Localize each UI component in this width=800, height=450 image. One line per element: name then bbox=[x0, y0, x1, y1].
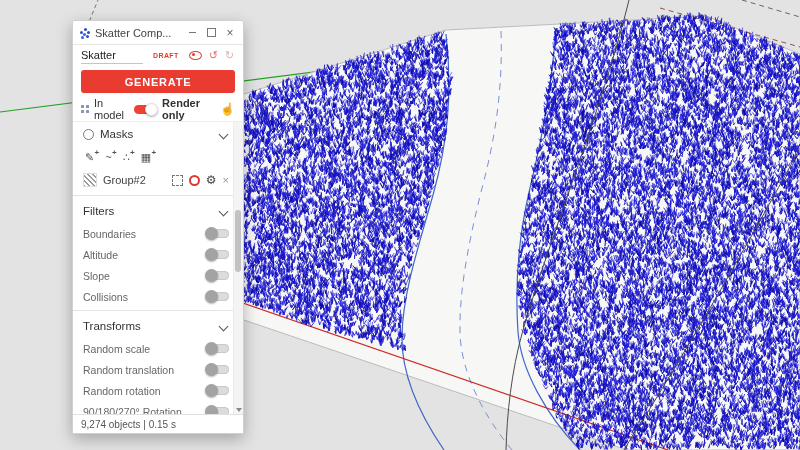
panel-scroll-area: Masks ✎+ ~+ ∴+ ▦+ Group#2 ⚙ × Filters bbox=[73, 121, 243, 414]
hatch-icon bbox=[83, 173, 97, 187]
plus-icon: + bbox=[151, 149, 156, 157]
scrollbar-thumb[interactable] bbox=[235, 210, 241, 272]
grid-mask-icon: ▦ bbox=[141, 151, 151, 163]
scatter-mask-icon: ∴ bbox=[123, 151, 130, 163]
plus-icon: + bbox=[112, 149, 117, 157]
object-count-status: 9,274 objects | 0.15 s bbox=[81, 419, 176, 430]
skatter-composer-window: Skatter Comp... × Skatter DRAFT ↺ ↻ GENE… bbox=[72, 20, 244, 434]
toggle-knob bbox=[145, 103, 158, 116]
random-translation-toggle[interactable] bbox=[206, 365, 229, 374]
add-paint-mask-button[interactable]: ✎+ bbox=[85, 152, 94, 163]
random-rotation-toggle[interactable] bbox=[206, 386, 229, 395]
toggle-knob bbox=[205, 342, 218, 355]
filter-row-slope: Slope bbox=[83, 265, 229, 286]
window-title: Skatter Comp... bbox=[95, 27, 180, 39]
transform-row-random-translation: Random translation bbox=[83, 359, 229, 380]
transform-label: Random scale bbox=[83, 343, 150, 355]
mask-mode-icon[interactable] bbox=[189, 175, 200, 186]
minimize-icon bbox=[189, 32, 196, 33]
scrollbar-down-arrow-icon[interactable] bbox=[236, 408, 242, 412]
toggle-knob bbox=[205, 384, 218, 397]
masks-icon bbox=[83, 129, 94, 140]
section-divider bbox=[73, 310, 243, 311]
paint-mask-icon: ✎ bbox=[85, 151, 94, 163]
mask-tools-row: ✎+ ~+ ∴+ ▦+ bbox=[83, 146, 229, 168]
filter-row-collisions: Collisions bbox=[83, 286, 229, 307]
add-scatter-mask-button[interactable]: ∴+ bbox=[123, 152, 130, 163]
mask-group-row[interactable]: Group#2 ⚙ × bbox=[83, 168, 229, 192]
status-bar: 9,274 objects | 0.15 s bbox=[73, 414, 243, 433]
panel-scrollbar[interactable] bbox=[233, 122, 243, 414]
transform-label: 90/180/270° Rotation bbox=[83, 406, 182, 415]
toggle-knob bbox=[205, 405, 218, 414]
plus-icon: + bbox=[95, 149, 100, 157]
maximize-icon bbox=[207, 28, 216, 37]
transform-label: Random translation bbox=[83, 364, 174, 376]
transform-label: Random rotation bbox=[83, 385, 161, 397]
transforms-label: Transforms bbox=[83, 320, 214, 332]
masks-section-header[interactable]: Masks bbox=[83, 122, 229, 146]
transform-row-random-scale: Random scale bbox=[83, 338, 229, 359]
altitude-toggle[interactable] bbox=[206, 250, 229, 259]
add-curve-mask-button[interactable]: ~+ bbox=[105, 152, 111, 163]
mask-group-label: Group#2 bbox=[103, 174, 166, 186]
filter-label: Altitude bbox=[83, 249, 118, 261]
section-divider bbox=[73, 195, 243, 196]
toggle-knob bbox=[205, 290, 218, 303]
remove-mask-icon[interactable]: × bbox=[223, 175, 229, 186]
draft-visibility-eye-icon[interactable] bbox=[189, 51, 202, 60]
composition-name-row: Skatter DRAFT ↺ ↻ bbox=[73, 45, 243, 66]
toggle-knob bbox=[205, 248, 218, 261]
skatter-logo-icon bbox=[79, 27, 90, 38]
filter-label: Boundaries bbox=[83, 228, 136, 240]
transforms-section-header[interactable]: Transforms bbox=[83, 314, 229, 338]
transform-row-step-rotation: 90/180/270° Rotation bbox=[83, 401, 229, 414]
cursor-hand-icon: ☝ bbox=[220, 102, 235, 116]
transform-row-random-rotation: Random rotation bbox=[83, 380, 229, 401]
toggle-knob bbox=[205, 363, 218, 376]
mask-settings-gear-icon[interactable]: ⚙ bbox=[206, 174, 217, 186]
composition-name-input[interactable]: Skatter bbox=[81, 48, 143, 64]
random-scale-toggle[interactable] bbox=[206, 344, 229, 353]
render-mode-row: In model Render only ☝ bbox=[73, 99, 243, 121]
slope-toggle[interactable] bbox=[206, 271, 229, 280]
add-grid-mask-button[interactable]: ▦+ bbox=[141, 152, 151, 163]
curve-mask-icon: ~ bbox=[105, 151, 111, 163]
render-mode-toggle[interactable] bbox=[134, 105, 157, 114]
maximize-button[interactable] bbox=[204, 26, 218, 40]
draft-badge: DRAFT bbox=[153, 52, 179, 59]
filters-section-header[interactable]: Filters bbox=[83, 199, 229, 223]
minimize-button[interactable] bbox=[185, 26, 199, 40]
render-only-label: Render only bbox=[162, 97, 215, 121]
toggle-knob bbox=[205, 269, 218, 282]
redo-icon[interactable]: ↻ bbox=[225, 50, 234, 61]
select-mask-icon[interactable] bbox=[172, 175, 183, 186]
masks-collapse-chevron-icon[interactable] bbox=[219, 129, 229, 139]
boundaries-toggle[interactable] bbox=[206, 229, 229, 238]
close-button[interactable]: × bbox=[223, 26, 237, 40]
masks-label: Masks bbox=[100, 128, 214, 140]
in-model-label: In model bbox=[94, 97, 129, 121]
generate-button[interactable]: GENERATE bbox=[81, 70, 235, 93]
filter-label: Slope bbox=[83, 270, 110, 282]
step-rotation-toggle[interactable] bbox=[206, 407, 229, 414]
filter-row-boundaries: Boundaries bbox=[83, 223, 229, 244]
in-model-grid-icon bbox=[81, 105, 89, 113]
plus-icon: + bbox=[130, 149, 135, 157]
toggle-knob bbox=[205, 227, 218, 240]
transforms-collapse-chevron-icon[interactable] bbox=[219, 321, 229, 331]
window-titlebar[interactable]: Skatter Comp... × bbox=[73, 21, 243, 45]
close-icon: × bbox=[226, 27, 233, 39]
collisions-toggle[interactable] bbox=[206, 292, 229, 301]
filter-label: Collisions bbox=[83, 291, 128, 303]
filters-collapse-chevron-icon[interactable] bbox=[219, 206, 229, 216]
filters-label: Filters bbox=[83, 205, 214, 217]
undo-icon[interactable]: ↺ bbox=[209, 50, 218, 61]
filter-row-altitude: Altitude bbox=[83, 244, 229, 265]
